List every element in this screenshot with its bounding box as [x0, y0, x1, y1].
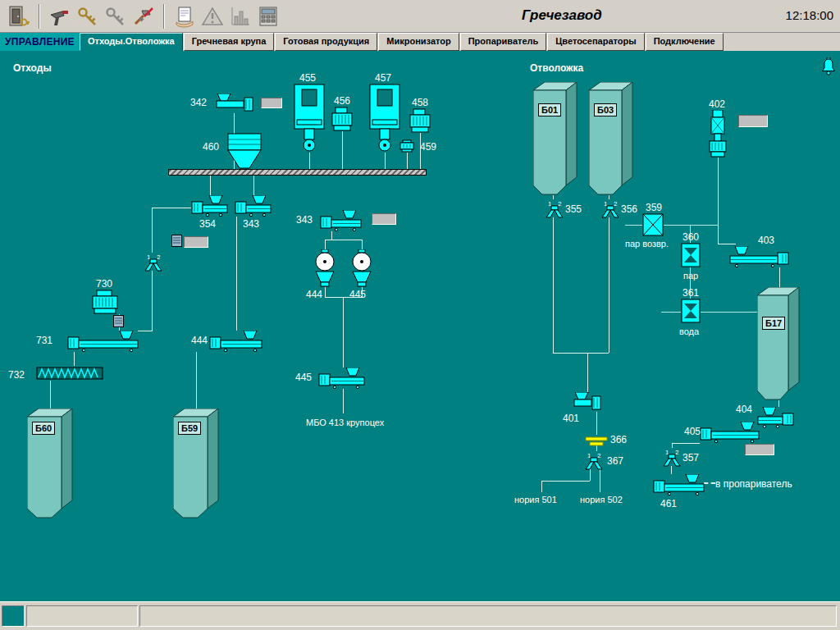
eq-405[interactable]	[700, 422, 760, 446]
eq-457[interactable]	[369, 84, 400, 158]
eq-455[interactable]	[294, 84, 325, 158]
tab-0[interactable]: Отходы.Отволожка	[80, 33, 183, 51]
eq-445a[interactable]	[350, 249, 373, 290]
svg-text:2: 2	[675, 449, 679, 456]
label-v-proparivatel: в пропариватель	[715, 478, 792, 490]
eq-730[interactable]	[92, 290, 118, 317]
indicator-354	[184, 236, 208, 248]
hl	[718, 244, 736, 244]
eq-458[interactable]	[409, 108, 431, 136]
hl	[325, 240, 362, 240]
spray-tool-icon[interactable]	[46, 2, 74, 30]
indicator-icon[interactable]	[171, 235, 182, 250]
key-silver-icon[interactable]	[102, 2, 130, 30]
clock: 12:18:00	[786, 8, 833, 22]
hl	[701, 312, 757, 313]
key-gold-icon[interactable]	[74, 2, 102, 30]
indicator-342	[261, 98, 282, 108]
eq-343b[interactable]	[320, 210, 363, 235]
vl	[609, 217, 609, 353]
tab-bar: УПРАВЛЕНИЕ Отходы.ОтволожкаГречневая кру…	[0, 33, 840, 51]
eq-366[interactable]	[585, 435, 608, 450]
silo-b01[interactable]: Б01	[533, 82, 578, 199]
status-indicator-panel	[2, 605, 25, 627]
silo-tag: Б60	[32, 422, 55, 435]
eq-456[interactable]	[331, 107, 353, 135]
eq-356[interactable]: 12	[600, 199, 621, 222]
eq-367[interactable]: 12	[583, 451, 605, 474]
eq-355[interactable]: 12	[544, 199, 565, 222]
silo-tag: Б59	[178, 422, 201, 435]
hl	[553, 353, 609, 354]
tag-457: 457	[375, 72, 391, 84]
vl	[196, 352, 197, 409]
svg-text:2: 2	[597, 452, 601, 459]
tag-342: 342	[190, 97, 207, 108]
tab-6[interactable]: Подключение	[646, 33, 724, 51]
label-voda: вода	[679, 326, 699, 336]
toolbar: Гречезавод 12:18:00	[0, 0, 840, 33]
eq-343a[interactable]	[235, 195, 272, 220]
vl	[541, 481, 542, 492]
toolbar-separator	[163, 4, 165, 29]
tab-3[interactable]: Микронизатор	[378, 33, 459, 51]
eq-402[interactable]	[705, 110, 730, 161]
vl	[362, 240, 363, 249]
panel-icon[interactable]	[254, 2, 282, 30]
eq-357[interactable]: 12	[661, 448, 682, 471]
indicator-343	[372, 213, 396, 225]
status-field-2	[139, 605, 837, 627]
silo-b03[interactable]: Б03	[589, 82, 633, 199]
eq-731[interactable]	[67, 331, 139, 355]
eq-444a[interactable]	[313, 249, 336, 290]
eq-444b[interactable]	[209, 331, 263, 355]
eq-361[interactable]	[681, 299, 701, 326]
alarm-bell-icon[interactable]	[820, 57, 837, 79]
section-title-right: Отволожка	[530, 62, 583, 74]
tag-360: 360	[682, 231, 699, 243]
report-icon[interactable]	[171, 2, 199, 30]
eq-401[interactable]	[573, 392, 602, 415]
exit-door-icon[interactable]	[5, 2, 33, 30]
vl	[152, 271, 153, 331]
svg-text:2: 2	[558, 200, 562, 208]
eq-354[interactable]	[191, 195, 229, 220]
tag-367: 367	[607, 455, 623, 467]
control-menu-button[interactable]: УПРАВЛЕНИЕ	[0, 33, 80, 51]
eq-460[interactable]	[226, 133, 263, 172]
vl	[718, 158, 719, 244]
eq-360[interactable]	[681, 243, 701, 271]
warning-icon[interactable]	[199, 2, 226, 30]
chart-icon[interactable]	[226, 2, 254, 30]
tab-5[interactable]: Цветосепараторы	[547, 33, 644, 51]
eq-461[interactable]	[653, 474, 705, 499]
eq-403[interactable]	[728, 246, 789, 271]
vl	[553, 217, 554, 353]
hl	[541, 481, 590, 482]
tab-1[interactable]: Гречневая крупа	[184, 33, 275, 51]
hl	[138, 331, 152, 331]
tab-row: Отходы.ОтволожкаГречневая крупаГотовая п…	[80, 33, 724, 51]
eq-342[interactable]	[215, 94, 254, 116]
tab-2[interactable]: Готовая продукция	[275, 33, 377, 51]
tag-461: 461	[660, 498, 677, 509]
tag-356: 356	[621, 203, 637, 215]
eq-730-aux[interactable]	[113, 315, 124, 331]
eq-459[interactable]	[399, 139, 414, 156]
tab-4[interactable]: Пропариватель	[460, 33, 547, 51]
silo-b60[interactable]: Б60	[27, 409, 73, 522]
eq-359[interactable]	[642, 213, 664, 240]
silo-b59[interactable]: Б59	[173, 409, 219, 522]
tag-357: 357	[682, 452, 699, 463]
tools-icon[interactable]	[130, 2, 158, 30]
eq-splitter-354[interactable]: 12	[143, 253, 164, 276]
eq-732[interactable]	[36, 366, 103, 384]
toolbar-icons	[0, 2, 282, 30]
eq-445b[interactable]	[318, 368, 366, 392]
label-mbo-413: МБО 413 крупоцех	[306, 418, 384, 427]
silo-b17[interactable]: Б17	[757, 287, 800, 404]
tag-445b: 445	[295, 372, 312, 383]
status-field-1	[26, 605, 138, 627]
vl	[210, 175, 211, 195]
eq-404[interactable]	[756, 407, 794, 431]
